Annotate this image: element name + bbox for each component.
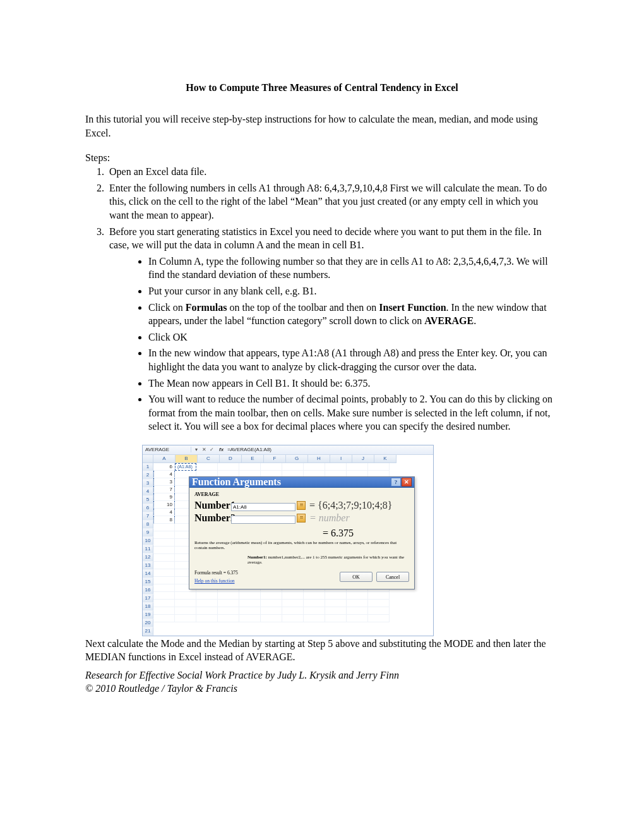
cell[interactable] [347, 463, 368, 471]
cell[interactable] [218, 600, 239, 607]
cell[interactable] [261, 615, 282, 622]
cell[interactable] [304, 607, 325, 615]
cell[interactable] [239, 592, 261, 600]
cell[interactable] [368, 607, 390, 615]
cell[interactable]: 9 [153, 493, 175, 501]
cell[interactable] [347, 615, 368, 622]
cell[interactable]: 8 [153, 516, 175, 524]
cell[interactable] [196, 592, 218, 600]
cancel-entry-icon[interactable]: ✕ [201, 447, 207, 453]
arg1-input[interactable] [231, 503, 295, 511]
cell[interactable] [368, 615, 390, 622]
row-header[interactable]: 14 [143, 570, 153, 578]
col-header[interactable]: J [352, 455, 374, 463]
col-header[interactable]: H [308, 455, 330, 463]
dialog-help-button[interactable]: ? [391, 478, 401, 486]
cell[interactable]: 6 [153, 463, 175, 471]
cell[interactable] [261, 600, 282, 607]
dropdown-icon[interactable]: ▾ [193, 447, 200, 453]
row-header[interactable]: 10 [143, 537, 153, 545]
cell[interactable]: 7 [153, 486, 175, 493]
cell[interactable] [282, 607, 304, 615]
ok-button[interactable]: OK [340, 572, 373, 582]
cell[interactable] [239, 463, 261, 471]
cell[interactable] [218, 615, 239, 622]
cell[interactable] [239, 600, 261, 607]
cell[interactable] [347, 592, 368, 600]
row-header[interactable]: 11 [143, 545, 153, 553]
col-header[interactable]: F [264, 455, 286, 463]
cell[interactable] [153, 584, 175, 592]
cell[interactable] [153, 577, 175, 584]
row-header[interactable]: 7 [143, 512, 153, 521]
row-header[interactable]: 12 [143, 553, 153, 562]
cell[interactable] [368, 463, 390, 471]
row-header[interactable]: 4 [143, 488, 153, 496]
cell[interactable] [368, 592, 390, 600]
row-header[interactable]: 17 [143, 595, 153, 603]
cell[interactable] [325, 592, 347, 600]
cell[interactable] [153, 592, 175, 600]
cancel-button[interactable]: Cancel [376, 572, 409, 582]
cell[interactable] [175, 592, 196, 600]
cell[interactable]: 3 [153, 478, 175, 486]
cell[interactable] [347, 607, 368, 615]
row-header[interactable]: 2 [143, 471, 153, 480]
cell[interactable] [218, 463, 239, 471]
cell[interactable] [325, 607, 347, 615]
enter-entry-icon[interactable]: ✓ [208, 447, 215, 453]
col-header[interactable]: C [198, 455, 220, 463]
cell[interactable] [282, 600, 304, 607]
cell[interactable]: 10 [153, 501, 175, 509]
collapse-dialog-icon[interactable]: ⠿ [297, 501, 306, 510]
cell[interactable] [304, 600, 325, 607]
row-header[interactable]: 13 [143, 562, 153, 570]
cell[interactable] [347, 600, 368, 607]
row-header[interactable]: 19 [143, 611, 153, 619]
row-header[interactable]: 16 [143, 586, 153, 595]
cell[interactable] [153, 607, 175, 615]
cell[interactable] [261, 463, 282, 471]
cell[interactable] [304, 615, 325, 622]
cell[interactable] [153, 554, 175, 562]
collapse-dialog-icon[interactable]: ⠿ [297, 514, 306, 523]
col-header[interactable]: B [176, 455, 198, 463]
cell[interactable] [304, 592, 325, 600]
cell[interactable] [153, 600, 175, 607]
cell[interactable]: 4 [153, 509, 175, 516]
cell[interactable] [153, 547, 175, 554]
row-header[interactable]: 6 [143, 504, 153, 512]
col-header[interactable]: A [153, 455, 176, 463]
cell[interactable] [153, 524, 175, 531]
cell[interactable] [153, 562, 175, 569]
cell[interactable] [175, 615, 196, 622]
cell[interactable] [325, 615, 347, 622]
cell[interactable] [196, 607, 218, 615]
cell[interactable] [304, 463, 325, 471]
row-header[interactable]: 18 [143, 603, 153, 611]
row-header[interactable]: 8 [143, 521, 153, 529]
cell[interactable] [325, 600, 347, 607]
col-header[interactable]: D [220, 455, 242, 463]
row-header[interactable]: 1 [143, 463, 153, 471]
cell[interactable] [196, 463, 218, 471]
cell[interactable] [282, 592, 304, 600]
cell[interactable] [368, 600, 390, 607]
cell[interactable] [261, 607, 282, 615]
cell[interactable] [196, 615, 218, 622]
cell-b1[interactable]: (A1:A8) [175, 463, 196, 471]
cell[interactable] [153, 569, 175, 577]
cell[interactable] [261, 592, 282, 600]
row-header[interactable]: 9 [143, 529, 153, 537]
cell[interactable] [282, 463, 304, 471]
cell[interactable] [218, 592, 239, 600]
cell[interactable] [153, 531, 175, 539]
row-header[interactable]: 20 [143, 619, 153, 627]
formula-input[interactable]: =AVERAGE(A1:A8) [226, 447, 433, 452]
cell[interactable] [282, 615, 304, 622]
cell[interactable] [153, 615, 175, 622]
row-header[interactable]: 21 [143, 627, 153, 636]
col-header[interactable]: G [286, 455, 308, 463]
arg2-input[interactable] [231, 516, 295, 524]
cell[interactable] [175, 600, 196, 607]
